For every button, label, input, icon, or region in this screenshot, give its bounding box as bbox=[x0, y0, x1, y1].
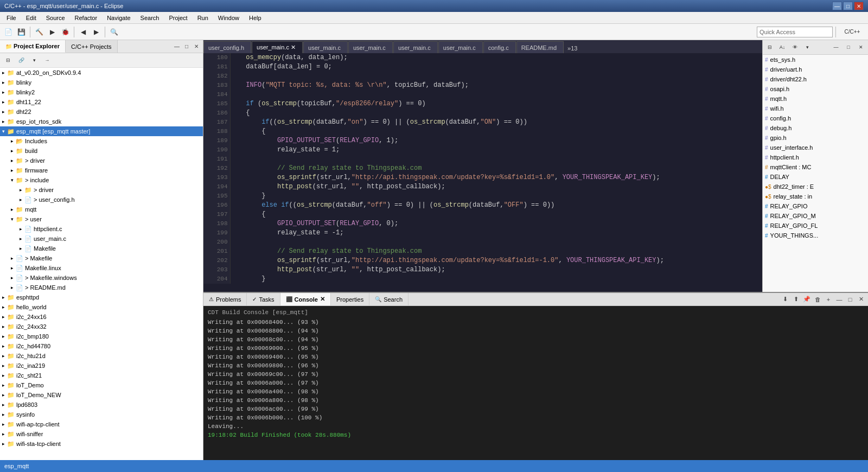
minimize-button[interactable]: — bbox=[832, 2, 842, 10]
console-output[interactable]: CDT Build Console [esp_mqtt] Writing at … bbox=[203, 306, 868, 460]
tab-console[interactable]: ⬛ Console ✕ bbox=[280, 293, 331, 305]
tree-item-makefile_win[interactable]: ▸📄> Makefile.windows bbox=[0, 273, 203, 283]
editor-tab-1[interactable]: user_main.c ✕ bbox=[252, 41, 303, 53]
title-controls[interactable]: — □ ✕ bbox=[832, 2, 864, 10]
console-new-icon[interactable]: + bbox=[824, 295, 833, 304]
console-minimize-icon[interactable]: — bbox=[834, 295, 844, 304]
menu-run[interactable]: Run bbox=[193, 14, 213, 22]
outline-item[interactable]: #mqttClient : MC bbox=[763, 162, 868, 172]
outline-item[interactable]: ●$relay_state : in bbox=[763, 192, 868, 201]
tree-item-blinky[interactable]: ▸📁blinky bbox=[0, 78, 203, 87]
menu-source[interactable]: Source bbox=[42, 14, 69, 22]
outline-sort-button[interactable]: A↓ bbox=[776, 41, 788, 53]
editor-tab-2[interactable]: user_main.c bbox=[303, 41, 348, 53]
tree-item-dht11_22[interactable]: ▸📁dht11_22 bbox=[0, 97, 203, 107]
outline-item[interactable]: #gpio.h bbox=[763, 133, 868, 143]
outline-item[interactable]: #osapi.h bbox=[763, 84, 868, 94]
tree-item-driver[interactable]: ▸📁> driver bbox=[0, 156, 203, 165]
outline-menu-button[interactable]: ▾ bbox=[801, 41, 813, 53]
tree-item-firmware[interactable]: ▸📁firmware bbox=[0, 165, 203, 175]
outline-item[interactable]: #YOUR_THINGS... bbox=[763, 231, 868, 240]
tab-search[interactable]: 🔍 Search bbox=[369, 293, 409, 305]
outline-item[interactable]: #DELAY bbox=[763, 172, 868, 182]
editor-tab-3[interactable]: user_main.c bbox=[348, 41, 393, 53]
outline-item[interactable]: #mqtt.h bbox=[763, 94, 868, 104]
tree-item-lpd6803[interactable]: ▸📁lpd6803 bbox=[0, 400, 203, 410]
editor-tab-0[interactable]: user_config.h bbox=[203, 41, 251, 53]
tree-item-i2c_24xx32[interactable]: ▸📁i2c_24xx32 bbox=[0, 322, 203, 331]
maximize-panel-icon[interactable]: □ bbox=[182, 42, 191, 51]
tree-item-wifi_sta[interactable]: ▸📁wifi-sta-tcp-client bbox=[0, 439, 203, 449]
editor-tab-4[interactable]: user_main.c bbox=[393, 41, 438, 53]
outline-item[interactable]: #user_interface.h bbox=[763, 143, 868, 152]
quick-access-box[interactable]: Quick Access bbox=[757, 27, 833, 37]
console-maximize-icon[interactable]: □ bbox=[845, 295, 855, 304]
tree-item-wifi_sniffer[interactable]: ▸📁wifi-sniffer bbox=[0, 429, 203, 439]
run-button[interactable]: ▶ bbox=[46, 26, 58, 38]
tree-item-i2c_sht21[interactable]: ▸📁i2c_sht21 bbox=[0, 371, 203, 380]
outline-collapse-button[interactable]: ⊟ bbox=[764, 41, 776, 53]
outline-close-button[interactable]: ✕ bbox=[855, 41, 867, 53]
tree-item-hello_world[interactable]: ▸📁hello_world bbox=[0, 302, 203, 312]
tree-item-driver2[interactable]: ▸📁> driver bbox=[0, 185, 203, 195]
outline-item[interactable]: ●$dht22_timer : E bbox=[763, 182, 868, 192]
tree-item-mqtt[interactable]: ▸📁mqtt bbox=[0, 205, 203, 214]
tree-item-esphttpd[interactable]: ▸📁esphttpd bbox=[0, 292, 203, 302]
console-scroll-start-icon[interactable]: ⬆ bbox=[791, 295, 801, 304]
outline-item[interactable]: #RELAY_GPIO_M bbox=[763, 211, 868, 221]
outline-item[interactable]: #driver/uart.h bbox=[763, 65, 868, 74]
tree-item-makefile_linux[interactable]: ▸📄Makefile.linux bbox=[0, 263, 203, 273]
menu-search[interactable]: Search bbox=[136, 14, 164, 22]
perspective-button[interactable]: C/C++ bbox=[839, 26, 866, 38]
tree-item-includes[interactable]: ▸📂Includes bbox=[0, 136, 203, 146]
collapse-all-button[interactable]: ⊟ bbox=[2, 54, 14, 66]
tree-item-sysinfo[interactable]: ▸📁sysinfo bbox=[0, 410, 203, 419]
tree-container[interactable]: ▸📁at_v0.20_on_SDKv0.9.4▸📁blinky▸📁blinky2… bbox=[0, 68, 203, 460]
tree-item-blinky2[interactable]: ▸📁blinky2 bbox=[0, 87, 203, 97]
tree-item-i2c_hd44780[interactable]: ▸📁i2c_hd44780 bbox=[0, 341, 203, 351]
tree-item-i2c_ina219[interactable]: ▸📁i2c_ina219 bbox=[0, 361, 203, 371]
outline-item[interactable]: #httpclient.h bbox=[763, 152, 868, 162]
tree-item-esp_iot[interactable]: ▸📁esp_iot_rtos_sdk bbox=[0, 117, 203, 126]
link-editor-button[interactable]: 🔗 bbox=[15, 54, 27, 66]
tree-item-dht22[interactable]: ▸📁dht22 bbox=[0, 107, 203, 117]
tree-item-include[interactable]: ▾📁> include bbox=[0, 175, 203, 185]
menu-file[interactable]: File bbox=[2, 14, 21, 22]
menu-refactor[interactable]: Refactor bbox=[71, 14, 102, 22]
search-button[interactable]: 🔍 bbox=[108, 26, 120, 38]
view-menu-button[interactable]: ▾ bbox=[28, 54, 40, 66]
editor-tab-6[interactable]: config.c bbox=[483, 41, 516, 53]
tree-item-wifi_ap[interactable]: ▸📁wifi-ap-tcp-client bbox=[0, 419, 203, 429]
menu-window[interactable]: Window bbox=[214, 14, 244, 22]
outline-item[interactable]: #RELAY_GPIO bbox=[763, 201, 868, 211]
close-panel-icon[interactable]: ✕ bbox=[192, 42, 201, 51]
console-pin-icon[interactable]: 📌 bbox=[802, 295, 812, 304]
outline-item[interactable]: #RELAY_GPIO_FL bbox=[763, 221, 868, 231]
tree-item-makefile_user[interactable]: ▸📄Makefile bbox=[0, 244, 203, 253]
tree-item-user_main[interactable]: ▸📄user_main.c bbox=[0, 234, 203, 244]
editor-tab-7[interactable]: README.md bbox=[516, 41, 564, 53]
menu-edit[interactable]: Edit bbox=[22, 14, 41, 22]
outline-item[interactable]: #ets_sys.h bbox=[763, 55, 868, 65]
save-button[interactable]: 💾 bbox=[15, 26, 27, 38]
code-editor[interactable]: 180 os_memcpy(data, data_len);181 dataBu… bbox=[203, 53, 762, 292]
outline-item[interactable]: #debug.h bbox=[763, 123, 868, 133]
tree-item-i2c_htu21d[interactable]: ▸📁i2c_htu21d bbox=[0, 351, 203, 361]
outline-item[interactable]: #wifi.h bbox=[763, 104, 868, 113]
tree-item-at_v0[interactable]: ▸📁at_v0.20_on_SDKv0.9.4 bbox=[0, 68, 203, 78]
tree-item-i2c_24xx16[interactable]: ▸📁i2c_24xx16 bbox=[0, 312, 203, 322]
minimize-panel-icon[interactable]: — bbox=[173, 42, 181, 51]
outline-item[interactable]: #driver/dht22.h bbox=[763, 74, 868, 84]
maximize-button[interactable]: □ bbox=[843, 2, 853, 10]
tree-item-user[interactable]: ▾📁> user bbox=[0, 214, 203, 224]
menu-help[interactable]: Help bbox=[245, 14, 266, 22]
outline-min-button[interactable]: — bbox=[830, 41, 842, 53]
tree-item-user_config[interactable]: ▸📄> user_config.h bbox=[0, 195, 203, 205]
tab-properties[interactable]: Properties bbox=[331, 293, 369, 305]
new-button[interactable]: 📄 bbox=[2, 26, 14, 38]
tab-problems[interactable]: ⚠ Problems bbox=[203, 293, 247, 305]
tab-project-explorer[interactable]: 📁 Project Explorer bbox=[0, 40, 66, 53]
outline-hide-button[interactable]: 👁 bbox=[789, 41, 801, 53]
menu-navigate[interactable]: Navigate bbox=[103, 14, 135, 22]
editor-tab-5[interactable]: user_main.c bbox=[438, 41, 483, 53]
